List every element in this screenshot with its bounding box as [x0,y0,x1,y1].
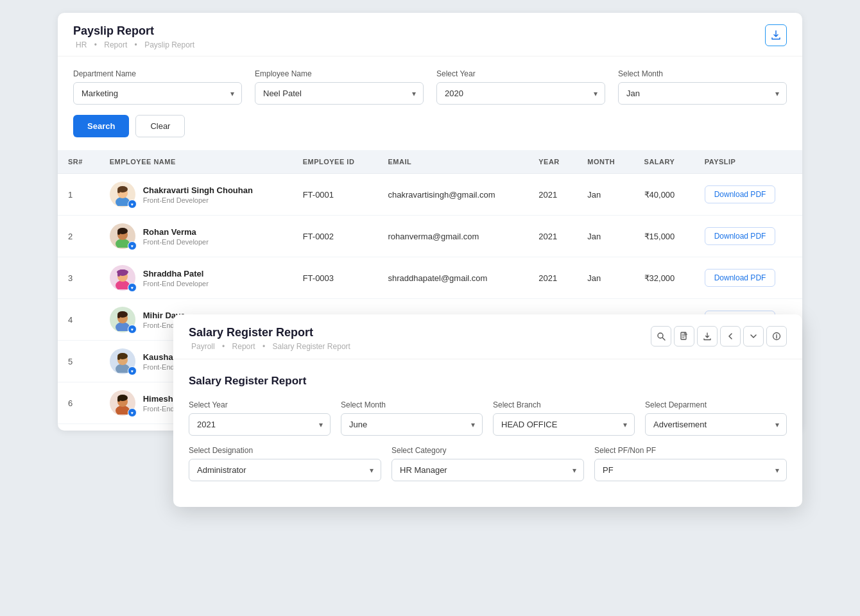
cell-sr: 2 [58,216,99,257]
employee-select-wrapper: Neel Patel [255,82,424,105]
cell-year: 2021 [528,174,577,216]
salary-category-label: Select Category [391,446,584,455]
cell-id: FT-0003 [293,257,378,299]
breadcrumb: HR • Report • Payslip Report [73,40,197,49]
col-payslip: PAYSLIP [694,150,802,174]
breadcrumb-sep1: • [94,40,97,49]
salary-designation-select-wrapper: Administrator [189,459,381,481]
cell-year: 2021 [528,216,577,257]
department-label: Department Name [73,69,242,78]
breadcrumb-hr: HR [76,40,87,49]
back-icon-button[interactable] [720,326,741,346]
payslip-download-button[interactable] [765,24,787,46]
salary-month-label: Select Month [341,400,483,409]
svg-rect-3 [117,189,120,193]
file-icon-button[interactable] [674,326,694,346]
table-row: 2 [58,216,802,257]
download-icon-button[interactable] [697,326,718,346]
department-select-wrapper: Marketing [73,82,242,105]
salary-breadcrumb-sep1: • [222,342,225,351]
cell-employee: ♥ Shraddha Patel Front-End Developer [99,257,293,299]
salary-breadcrumb-name: Salary Register Report [273,342,350,351]
salary-year-select-wrapper: 2021 [189,413,331,436]
col-year: YEAR [528,150,577,174]
cell-sr: 1 [58,174,99,216]
year-select[interactable]: 2020 [436,82,605,105]
table-row: 3 [58,257,802,299]
salary-register-title: Salary Register Report [189,326,353,339]
year-select-wrapper: 2020 [436,82,605,105]
info-icon-button[interactable] [766,326,787,346]
employee-name: Rohan Verma [143,227,209,237]
salary-pf-label: Select PF/Non PF [594,446,787,455]
salary-month-select[interactable]: June [341,413,483,436]
col-employee-id: EMPLOYEE ID [293,150,378,174]
avatar: ♥ [110,182,135,207]
avatar: ♥ [110,390,135,416]
salary-body: Salary Register Report Select Year 2021 … [173,359,802,507]
employee-role: Front-End Developer [143,238,209,246]
employee-label: Employee Name [255,69,424,78]
salary-department-select-wrapper: Advertisement [645,413,787,436]
salary-department-group: Select Deparment Advertisement [645,400,787,436]
table-row: 1 [58,174,802,216]
salary-branch-select[interactable]: HEAD OFFICE [493,413,635,436]
salary-branch-label: Select Branch [493,400,635,409]
cell-payslip: Download PDF [694,216,802,257]
year-label: Select Year [436,69,605,78]
breadcrumb-sep2: • [135,40,137,49]
salary-year-group: Select Year 2021 [189,400,331,436]
cell-month: Jan [577,174,633,216]
action-buttons-row: Search Clear [73,115,787,137]
salary-department-label: Select Deparment [645,400,787,409]
avatar-badge: ♥ [128,325,137,334]
cell-salary: ₹40,000 [634,174,694,216]
payslip-card-header: Payslip Report HR • Report • Payslip Rep… [58,13,802,56]
download-pdf-button[interactable]: Download PDF [705,185,776,203]
salary-pf-select-wrapper: PF [594,459,787,481]
salary-designation-label: Select Designation [189,446,381,455]
cell-payslip: Download PDF [694,257,802,299]
cell-salary: ₹32,000 [634,257,694,299]
search-icon-button[interactable] [651,326,671,346]
download-pdf-button[interactable]: Download PDF [705,269,776,287]
search-button[interactable]: Search [73,115,129,137]
month-select[interactable]: Jan [618,82,787,105]
employee-info: Rohan Verma Front-End Developer [143,227,209,246]
clear-button[interactable]: Clear [135,115,185,137]
employee-role: Front-End Developer [143,196,253,204]
salary-category-select[interactable]: HR Manager [391,459,584,481]
salary-inner-title: Salary Register Report [189,375,787,388]
salary-register-card: Salary Register Report Payroll • Report … [173,314,802,507]
svg-rect-7 [117,231,120,235]
col-sr: SR# [58,150,99,174]
cell-sr: 3 [58,257,99,299]
avatar-badge: ♥ [128,241,137,250]
cell-email: shraddhapatel@gmail.com [378,257,529,299]
salary-breadcrumb: Payroll • Report • Salary Register Repor… [189,342,353,351]
salary-designation-select[interactable]: Administrator [189,459,381,481]
salary-filters-row2: Select Designation Administrator Select … [189,446,787,481]
employee-select[interactable]: Neel Patel [255,82,424,105]
department-select[interactable]: Marketing [73,82,242,105]
employee-name: Chakravarti Singh Chouhan [143,185,253,195]
salary-breadcrumb-report: Report [232,342,255,351]
svg-line-26 [663,338,666,341]
salary-pf-group: Select PF/Non PF PF [594,446,787,481]
salary-pf-select[interactable]: PF [594,459,787,481]
salary-department-select[interactable]: Advertisement [645,413,787,436]
chevron-down-icon-button[interactable] [743,326,764,346]
salary-branch-select-wrapper: HEAD OFFICE [493,413,635,436]
download-pdf-button[interactable]: Download PDF [705,227,776,245]
salary-breadcrumb-sep2: • [262,342,265,351]
cell-year: 2021 [528,257,577,299]
avatar-badge: ♥ [128,283,137,292]
salary-filters-row1: Select Year 2021 Select Month June Selec… [189,400,787,436]
table-header: SR# EMPLOYEE NAME EMPLOYEE ID EMAIL YEAR… [58,150,802,174]
cell-salary: ₹15,000 [634,216,694,257]
svg-rect-16 [117,314,120,318]
salary-year-select[interactable]: 2021 [189,413,331,436]
filters-section: Department Name Marketing Employee Name … [58,56,802,150]
cell-sr: 5 [58,341,99,382]
month-filter-group: Select Month Jan [618,69,787,105]
